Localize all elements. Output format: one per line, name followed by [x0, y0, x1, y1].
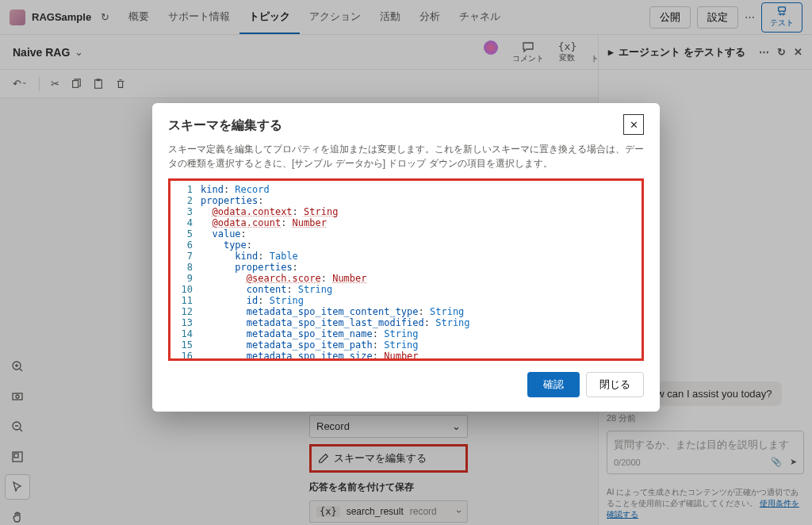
schema-code-editor[interactable]: 1kind: Record2properties:3 @odata.contex… [168, 178, 644, 361]
edit-schema-dialog: ✕ スキーマを編集する スキーマ定義を編集してプロパティを追加または変更します。… [152, 103, 660, 412]
dialog-description: スキーマ定義を編集してプロパティを追加または変更します。これを新しいスキーマに置… [168, 142, 644, 171]
dialog-title: スキーマを編集する [168, 117, 644, 134]
modal-overlay: ✕ スキーマを編集する スキーマ定義を編集してプロパティを追加または変更します。… [0, 0, 812, 525]
dialog-close-x[interactable]: ✕ [623, 114, 644, 135]
close-button[interactable]: 閉じる [586, 372, 644, 397]
confirm-button[interactable]: 確認 [527, 372, 580, 397]
